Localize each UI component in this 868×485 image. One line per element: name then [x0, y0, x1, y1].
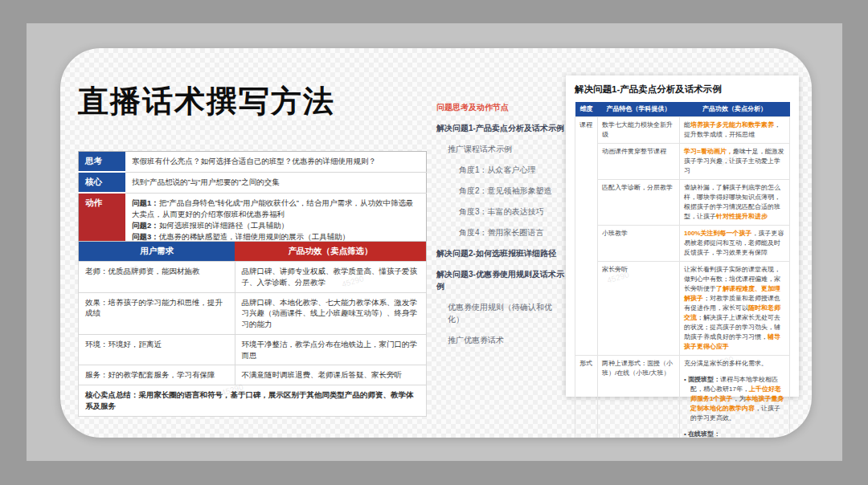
- outline-item-coupon-script: 推广优惠券话术: [448, 334, 567, 346]
- panel-title: 解决问题1-产品卖点分析及话术示例: [575, 84, 790, 96]
- row-label-core: 核心: [79, 172, 126, 193]
- table-row: 课程 数学七大能力模块全新升级 能培养孩子多元能力和数学素养，提升数学成绩，开拓…: [575, 117, 790, 144]
- outline-item-problem3: 解决问题3-优惠券使用规则及话术示例: [436, 268, 567, 292]
- analysis-cell: 查缺补漏，了解孩子到底学的怎么样，哪块学得好哪块知识点薄弱，根据孩子的学习情况匹…: [680, 180, 790, 226]
- feature-cell: 数学七大能力模块全新升级: [598, 117, 680, 144]
- think-core-action-table: 思考 寒假班有什么亮点？如何选择合适自己的班型？优惠券的详细使用规则？ 核心 找…: [78, 151, 427, 248]
- form-line: • 在线班型：: [684, 430, 785, 438]
- outline-item-problem2: 解决问题2-如何选班报班详细路径: [436, 247, 567, 259]
- need-cell: 服务：好的教学配套服务，学习有保障: [79, 365, 235, 385]
- outline-item-course-script: 推广课程话术示例: [448, 143, 567, 155]
- table-row: 动作 问题1：把“产品自身特色”转化成“用户能收获什么”，结合用户需求，从功效中…: [79, 193, 427, 247]
- outline-item-problem1: 解决问题1-产品卖点分析及话术示例: [436, 122, 567, 134]
- outline-item-angle1: 角度1：从众客户心理: [459, 164, 567, 176]
- form-line: 充分满足家长的多样化需求。: [684, 359, 785, 369]
- col-header-effect: 产品功效（卖点筛选）: [235, 242, 427, 262]
- feature-cell: 小班教学: [598, 226, 680, 262]
- table-row: 思考 寒假班有什么亮点？如何选择合适自己的班型？优惠券的详细使用规则？: [79, 152, 427, 173]
- table-row: 环境：环境好，距离近 环境干净整洁，教学点分布在地铁边上，家门口的学而思: [79, 334, 427, 365]
- feature-cell: 两种上课形式：面授（小班）/在线（小班/大班）: [598, 356, 680, 438]
- effect-cell: 不满意随时调班退费、老师课后答疑、家长旁听: [235, 365, 427, 385]
- dimension-cell-course: 课程: [575, 117, 598, 356]
- col-header-dimension: 维度: [575, 102, 598, 117]
- table-row: 效果：培养孩子的学习能力和思维，提升成绩 品牌口碑、本地化教学、七大能力教学体系…: [79, 292, 427, 334]
- outline-item-angle2: 角度2：意见领袖形象塑造: [459, 185, 567, 197]
- need-cell: 效果：培养孩子的学习能力和思维，提升成绩: [79, 292, 235, 334]
- doc-outline: 问题思考及动作节点 解决问题1-产品卖点分析及话术示例 推广课程话术示例 角度1…: [436, 101, 567, 355]
- table-row: 动画课件贯穿整节课程 学习=看动画片，趣味十足，能激发孩子学习兴趣，让孩子主动爱…: [575, 144, 790, 180]
- col-header-feature: 产品特色（学科提供）: [598, 102, 680, 117]
- feature-cell: 动画课件贯穿整节课程: [598, 144, 680, 180]
- analysis-cell: 充分满足家长的多样化需求。 • 面授班型：课程与本地学校相匹配，精心教研17年，…: [680, 356, 790, 438]
- outline-item-angle3: 角度3：丰富的表达技巧: [459, 206, 567, 218]
- sales-point-table: 维度 产品特色（学科提供） 产品功效（卖点分析） 课程 数学七大能力模块全新升级…: [575, 102, 790, 438]
- col-header-needs: 用户需求: [79, 242, 235, 262]
- think-text: 寒假班有什么亮点？如何选择合适自己的班型？优惠券的详细使用规则？: [125, 152, 427, 173]
- outline-item-angle4: 角度4：善用家长圈语言: [459, 226, 567, 238]
- outline-item-heading: 问题思考及动作节点: [436, 101, 567, 113]
- content-panel: 解决问题1-产品卖点分析及话术示例 维度 产品特色（学科提供） 产品功效（卖点分…: [566, 75, 799, 397]
- core-text: 找到“产品想说的”与“用户想要的”之间的交集: [125, 172, 427, 193]
- analysis-cell: 学习=看动画片，趣味十足，能激发孩子学习兴趣，让孩子主动爱上学习: [680, 144, 790, 180]
- table-row: 形式 两种上课形式：面授（小班）/在线（小班/大班） 充分满足家长的多样化需求。…: [575, 356, 790, 438]
- analysis-cell: 让家长看到孩子实际的课堂表现，做到心中有数；培优课程偏难，家长旁听便于了解课程难…: [680, 262, 790, 356]
- table-row: 匹配入学诊断，分层教学 查缺补漏，了解孩子到底学的怎么样，哪块学得好哪块知识点薄…: [575, 180, 790, 226]
- row-label-action: 动作: [79, 193, 126, 247]
- effect-cell: 品牌口碑、本地化教学、七大能力教学体系、激发学习兴趣（动画课件、线上小班趣味互动…: [235, 292, 427, 334]
- summary-cell: 核心卖点总结：采用家长圈的语言和符号，基于口碑，展示区别于其他同类型产品的师资、…: [79, 385, 427, 417]
- table-row: 家长旁听 让家长看到孩子实际的课堂表现，做到心中有数；培优课程偏难，家长旁听便于…: [575, 262, 790, 356]
- table-row: 服务：好的教学配套服务，学习有保障 不满意随时调班退费、老师课后答疑、家长旁听: [79, 365, 427, 385]
- effect-cell: 环境干净整洁，教学点分布在地铁边上，家门口的学而思: [235, 334, 427, 365]
- table-header-row: 用户需求 产品功效（卖点筛选）: [79, 242, 427, 262]
- table-row: 核心 找到“产品想说的”与“用户想要的”之间的交集: [79, 172, 427, 193]
- table-header-row: 维度 产品特色（学科提供） 产品功效（卖点分析）: [575, 102, 790, 117]
- feature-cell: 匹配入学诊断，分层教学: [598, 180, 680, 226]
- need-cell: 环境：环境好，距离近: [79, 334, 235, 365]
- action-text: 问题1：把“产品自身特色”转化成“用户能收获什么”，结合用户需求，从功效中筛选最…: [125, 193, 427, 247]
- form-line: • 面授班型：课程与本地学校相匹配，精心教研17年，上千位好老师服务1个孩子，为…: [684, 375, 785, 423]
- col-header-analysis: 产品功效（卖点分析）: [680, 102, 790, 117]
- effect-cell: 品牌口碑、讲师专业权威、教学质量高、懂孩子爱孩子、入学诊断、分层教学: [235, 262, 427, 293]
- table-footer-row: 核心卖点总结：采用家长圈的语言和符号，基于口碑，展示区别于其他同类型产品的师资、…: [79, 385, 427, 417]
- outline-item-coupon-rules: 优惠券使用规则（待确认和优化）: [448, 301, 567, 325]
- table-row: 老师：优质品牌师资，能因材施教 品牌口碑、讲师专业权威、教学质量高、懂孩子爱孩子…: [79, 262, 427, 293]
- table-row: 小班教学 100%关注到每一个孩子，孩子更容易被老师提问和互动，老师能及时反馈孩…: [575, 226, 790, 262]
- dimension-cell-form: 形式: [575, 356, 598, 438]
- action-line-1: 问题1：把“产品自身特色”转化成“用户能收获什么”，结合用户需求，从功效中筛选最…: [132, 198, 420, 221]
- feature-cell: 家长旁听: [598, 262, 680, 356]
- analysis-cell: 能培养孩子多元能力和数学素养，提升数学成绩，开拓思维: [680, 117, 790, 144]
- page-title: 直播话术撰写方法: [78, 85, 335, 119]
- slide-background: { "slide": {"title": "直播话术撰写方法"}, "color…: [0, 0, 868, 485]
- slide-card: 直播话术撰写方法 思考 寒假班有什么亮点？如何选择合适自己的班型？优惠券的详细使…: [60, 48, 812, 438]
- row-label-think: 思考: [79, 152, 126, 173]
- user-needs-table: 用户需求 产品功效（卖点筛选） 老师：优质品牌师资，能因材施教 品牌口碑、讲师专…: [78, 241, 427, 417]
- analysis-cell: 100%关注到每一个孩子，孩子更容易被老师提问和互动，老师能及时反馈孩子，学习效…: [680, 226, 790, 262]
- need-cell: 老师：优质品牌师资，能因材施教: [79, 262, 235, 293]
- action-line-2: 问题2：如何选班报班的详细路径（工具辅助）: [132, 220, 420, 231]
